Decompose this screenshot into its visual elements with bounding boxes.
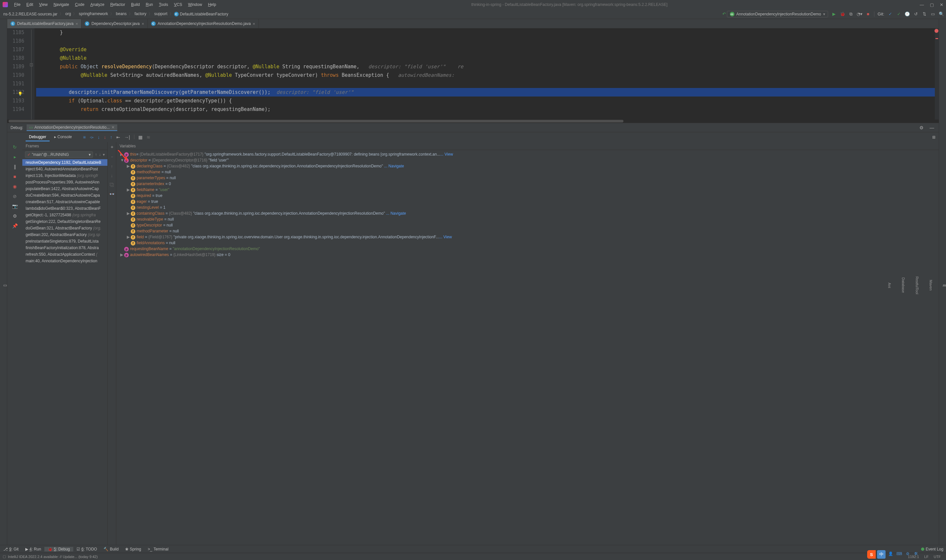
debug-hide-icon[interactable]: — xyxy=(928,125,935,130)
trace-icon[interactable]: ≋ xyxy=(146,135,151,140)
stack-frame[interactable]: finishBeanFactoryInitialization:878, Abs… xyxy=(22,245,108,251)
sogou-ime-icon[interactable]: S xyxy=(867,550,876,559)
glasses-icon[interactable]: 👓 xyxy=(109,191,115,197)
variable-node[interactable]: ▶fdeclaringClass = {Class@482} "class or… xyxy=(118,163,937,169)
stack-frame[interactable]: preInstantiateSingletons:879, DefaultLis… xyxy=(22,238,108,245)
rerun-icon[interactable]: ↻ xyxy=(12,144,18,150)
git-commit-icon[interactable]: ✓ xyxy=(896,11,901,17)
variable-node[interactable]: fnestingLevel = 1 xyxy=(118,205,937,211)
stack-frame[interactable]: createBean:517, AbstractAutowireCapable xyxy=(22,198,108,205)
stop-debug-icon[interactable]: ■ xyxy=(12,174,18,180)
git-rollback-icon[interactable]: ↺ xyxy=(913,11,918,17)
close-icon[interactable]: ✕ xyxy=(940,2,943,7)
menu-file[interactable]: File xyxy=(11,2,23,7)
bottom-tool-debug[interactable]: 🐞5: Debug xyxy=(44,547,73,551)
stack-frame[interactable]: postProcessProperties:399, AutowiredAnn xyxy=(22,179,108,185)
status-icon[interactable]: ▢ xyxy=(3,554,6,559)
navigate-link[interactable]: ... View xyxy=(440,152,453,157)
code-editor[interactable]: 11851186118711881189o119011911192💡119311… xyxy=(7,28,939,120)
menu-refactor[interactable]: Refactor xyxy=(108,2,128,7)
maximize-icon[interactable]: ▢ xyxy=(930,2,934,7)
copy-watch-icon[interactable]: ⿻ xyxy=(110,182,114,188)
breadcrumb-class[interactable]: DefaultListableBeanFactory xyxy=(179,12,230,16)
menu-code[interactable]: Code xyxy=(72,2,87,7)
watch-up-icon[interactable]: ↑ xyxy=(111,164,113,169)
new-watch-icon[interactable]: ＋ xyxy=(110,144,114,150)
navigate-link[interactable]: ... View xyxy=(439,235,451,239)
breadcrumb-segment[interactable]: beans xyxy=(115,11,128,16)
variable-node[interactable]: prequestingBeanName = "annotationDepende… xyxy=(118,246,937,252)
navigate-link[interactable]: ... Navigate xyxy=(385,211,406,216)
pin-icon[interactable]: 📌 xyxy=(12,223,18,229)
menu-tools[interactable]: Tools xyxy=(156,2,171,7)
menu-navigate[interactable]: Navigate xyxy=(51,2,72,7)
camera-icon[interactable]: 📷 xyxy=(12,203,18,209)
nav-back-icon[interactable]: ↶ xyxy=(722,11,727,17)
thread-select[interactable]: ✓ "main"@...RUNNING ▾ xyxy=(25,151,93,158)
variable-node[interactable]: fparameterIndex = 0 xyxy=(118,181,937,187)
maven-m-icon[interactable]: m xyxy=(943,281,946,289)
show-exec-point-icon[interactable]: ≡ xyxy=(83,135,86,140)
variable-node[interactable]: ▶ffieldName = "user" xyxy=(118,187,937,193)
mute-breakpoints-icon[interactable]: ⊘ xyxy=(12,193,18,199)
watch-down-icon[interactable]: ↓ xyxy=(111,173,113,178)
coverage-icon[interactable]: ⧉ xyxy=(849,11,854,17)
close-tab-icon[interactable]: × xyxy=(75,22,78,26)
variable-node[interactable]: ▶pautowiredBeanNames = {LinkedHashSet@17… xyxy=(118,252,937,258)
variable-node[interactable]: fmethodParameter = null xyxy=(118,228,937,234)
git-history-icon[interactable]: 🕘 xyxy=(904,11,910,17)
bottom-tool-build[interactable]: 🔨Build xyxy=(100,547,122,551)
breadcrumb-segment[interactable]: factory xyxy=(133,11,148,16)
capture-icon[interactable]: ▭ xyxy=(930,11,935,17)
editor-tab[interactable]: CAnnotationDependencyInjectionResolution… xyxy=(148,19,259,28)
menu-edit[interactable]: Edit xyxy=(23,2,36,7)
stack-frame[interactable]: getBean:202, AbstractBeanFactory (org.sp xyxy=(22,231,108,238)
drop-frame-icon[interactable]: ⇤ xyxy=(116,135,120,140)
step-over-icon[interactable]: ⤼ xyxy=(90,135,94,140)
stack-frame[interactable]: getSingleton:222, DefaultSingletonBeanRe xyxy=(22,218,108,225)
variable-node[interactable]: ffieldAnnotations = null xyxy=(118,240,937,246)
variable-node[interactable]: ▼pdescriptor = {DependencyDescriptor@171… xyxy=(118,157,937,163)
variable-node[interactable]: ▶pthis= {DefaultListableBeanFactory@1717… xyxy=(118,151,937,157)
close-tab-icon[interactable]: × xyxy=(253,22,255,26)
status-message[interactable]: IntelliJ IDEA 2022.2.4 available: // Upd… xyxy=(8,555,97,559)
menu-run[interactable]: Run xyxy=(143,2,156,7)
run-icon[interactable]: ▶ xyxy=(831,11,837,17)
menu-help[interactable]: Help xyxy=(205,2,219,7)
variable-node[interactable]: ▶ffield = {Field@1767} "private org.xiao… xyxy=(118,234,937,240)
menu-analyze[interactable]: Analyze xyxy=(87,2,108,7)
editor-horizontal-scrollbar[interactable] xyxy=(7,120,939,123)
ime-keyboard-icon[interactable]: ⌨ xyxy=(895,550,903,557)
stack-frame[interactable]: doCreateBean:594, AbstractAutowireCapa xyxy=(22,192,108,198)
close-tab-icon[interactable]: × xyxy=(142,22,144,26)
variable-node[interactable]: fmethodName = null xyxy=(118,169,937,175)
stack-frame[interactable]: lambda$doGetBean$0:323, AbstractBeanF xyxy=(22,205,108,212)
breadcrumb-segment[interactable]: org xyxy=(64,11,72,16)
navigate-link[interactable]: ... Navigate xyxy=(383,164,404,168)
editor-tab[interactable]: CDefaultListableBeanFactory.java× xyxy=(7,19,82,28)
filter-frames-icon[interactable]: ▾ xyxy=(103,152,105,157)
run-to-cursor-icon[interactable]: →| xyxy=(124,135,130,140)
bottom-tool-run[interactable]: ▶4: Run xyxy=(22,547,44,551)
evaluate-icon[interactable]: ▦ xyxy=(138,135,143,140)
menu-vcs[interactable]: VCS xyxy=(171,2,185,7)
variable-node[interactable]: fresolvableType = null xyxy=(118,216,937,222)
bottom-tool-todo[interactable]: ☑6: TODO xyxy=(73,547,100,551)
step-into-icon[interactable]: ↓ xyxy=(97,135,100,140)
view-breakpoints-icon[interactable]: ◉ xyxy=(12,183,18,189)
debug-icon[interactable]: 🐞 xyxy=(840,11,845,17)
settings-icon[interactable]: ⚙ xyxy=(12,213,18,219)
event-log-button[interactable]: Event Log xyxy=(921,547,946,551)
console-tab[interactable]: ▸Console xyxy=(51,133,75,142)
ime-person-icon[interactable]: 👤 xyxy=(887,550,894,557)
ime-tools-icon[interactable]: 🛠 xyxy=(912,550,920,557)
step-out-icon[interactable]: ↑ xyxy=(110,135,112,140)
stack-frame[interactable]: populateBean:1422, AbstractAutowireCap xyxy=(22,185,108,192)
prev-frame-icon[interactable]: ↑ xyxy=(95,152,97,157)
remove-watch-icon[interactable]: － xyxy=(110,154,114,160)
ime-lang-icon[interactable]: 中 xyxy=(877,550,886,559)
layout-icon[interactable]: ⊞ xyxy=(932,135,939,140)
breadcrumb-segment[interactable]: support xyxy=(153,11,169,16)
menu-build[interactable]: Build xyxy=(128,2,143,7)
breadcrumb-jar[interactable]: ns-5.2.2.RELEASE-sources.jar xyxy=(2,12,59,16)
